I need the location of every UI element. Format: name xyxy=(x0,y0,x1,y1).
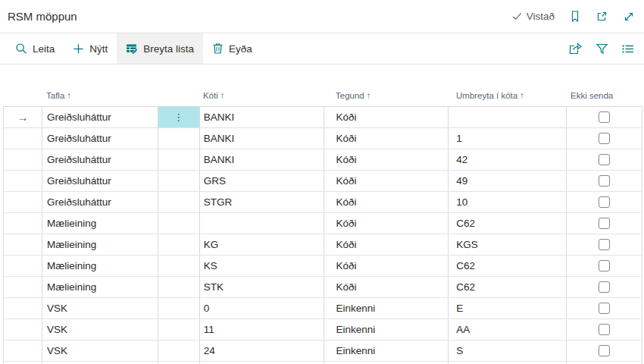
cell-tegund[interactable]: Kóði xyxy=(324,256,449,276)
table-row[interactable]: →Greiðsluháttur⋮BANKIKóði xyxy=(3,107,642,128)
row-selector-cell[interactable] xyxy=(4,340,42,361)
row-context-menu-cell[interactable]: ⋮ xyxy=(158,107,200,127)
column-header-tafla[interactable]: Tafla↑ xyxy=(42,91,158,100)
ekki-senda-checkbox[interactable] xyxy=(599,324,610,335)
cell-tegund[interactable]: Einkenni xyxy=(324,298,449,318)
row-context-menu-cell[interactable] xyxy=(158,340,200,361)
column-header-tegund[interactable]: Tegund↑ xyxy=(324,91,449,100)
table-row[interactable]: GreiðsluhátturGRSKóði49 xyxy=(3,171,642,192)
cell-tegund[interactable]: Kóði xyxy=(324,128,449,149)
table-row[interactable]: MælieiningKóðiC62 xyxy=(3,213,642,234)
cell-tegund[interactable]: Einkenni xyxy=(324,319,449,340)
cell-koti[interactable]: STK xyxy=(200,277,325,297)
cell-tegund[interactable]: Kóði xyxy=(324,213,449,234)
row-selector-cell[interactable] xyxy=(4,213,42,234)
cell-umbreyta[interactable]: C62 xyxy=(449,277,567,297)
cell-koti[interactable]: BANKI xyxy=(200,128,325,149)
cell-umbreyta[interactable]: KGS xyxy=(449,234,567,255)
cell-umbreyta[interactable]: 10 xyxy=(449,192,567,212)
cell-umbreyta[interactable] xyxy=(449,107,567,127)
row-selector-cell[interactable] xyxy=(4,277,42,297)
row-selector-cell[interactable] xyxy=(4,234,42,255)
row-context-menu-cell[interactable] xyxy=(158,319,200,340)
cell-koti[interactable]: 11 xyxy=(200,319,325,340)
cell-koti[interactable]: BANKI xyxy=(200,149,325,170)
cell-tafla[interactable]: Greiðsluháttur xyxy=(42,128,158,149)
cell-tafla[interactable]: VSK xyxy=(42,298,158,318)
ekki-senda-checkbox[interactable] xyxy=(599,133,610,144)
expand-icon[interactable] xyxy=(623,11,635,23)
table-row[interactable]: VSK0EinkenniE xyxy=(3,298,642,319)
row-context-menu-cell[interactable] xyxy=(158,213,200,234)
table-row[interactable]: MælieiningSTKKóðiC62 xyxy=(3,277,642,298)
row-context-menu-cell[interactable] xyxy=(158,128,200,149)
table-row[interactable]: MælieiningKSKóðiC62 xyxy=(3,256,642,277)
column-header-koti[interactable]: Kóti↑ xyxy=(199,91,324,100)
row-selector-cell[interactable] xyxy=(4,171,42,191)
ekki-senda-checkbox[interactable] xyxy=(599,303,610,314)
cell-koti[interactable]: 24 xyxy=(200,340,325,361)
ekki-senda-checkbox[interactable] xyxy=(599,239,610,250)
row-selector-cell[interactable] xyxy=(4,128,42,149)
row-context-menu-cell[interactable] xyxy=(158,192,200,212)
cell-tegund[interactable]: Kóði xyxy=(324,277,449,297)
cell-koti[interactable]: KG xyxy=(200,234,325,255)
ekki-senda-checkbox[interactable] xyxy=(599,260,610,271)
table-row[interactable]: GreiðsluhátturBANKIKóði1 xyxy=(3,128,642,149)
row-context-menu-cell[interactable] xyxy=(158,171,200,191)
column-header-umbreyta[interactable]: Umbreyta í kóta↑ xyxy=(449,91,567,100)
ekki-senda-checkbox[interactable] xyxy=(599,175,610,187)
cell-umbreyta[interactable]: 49 xyxy=(449,171,567,191)
ekki-senda-checkbox[interactable] xyxy=(599,111,610,123)
cell-koti[interactable]: BANKI xyxy=(200,107,325,127)
cell-umbreyta[interactable]: 42 xyxy=(449,149,567,170)
ekki-senda-checkbox[interactable] xyxy=(599,218,610,229)
row-context-menu-cell[interactable] xyxy=(158,149,200,170)
cell-tegund[interactable]: Kóði xyxy=(324,192,449,212)
ekki-senda-checkbox[interactable] xyxy=(599,154,610,165)
cell-koti[interactable]: 0 xyxy=(200,298,325,318)
cell-tafla[interactable]: Greiðsluháttur xyxy=(42,107,158,127)
table-row[interactable]: VSK24EinkenniS xyxy=(3,340,642,362)
row-context-menu-cell[interactable] xyxy=(158,298,200,318)
share-icon[interactable] xyxy=(568,42,583,55)
popout-icon[interactable] xyxy=(596,10,608,23)
bookmark-icon[interactable] xyxy=(569,10,581,23)
delete-button[interactable]: Eyða xyxy=(203,33,261,64)
cell-umbreyta[interactable]: S xyxy=(449,340,567,361)
row-context-menu-cell[interactable] xyxy=(158,234,200,255)
cell-tafla[interactable]: Mælieining xyxy=(42,234,158,255)
row-selector-cell[interactable] xyxy=(4,192,42,212)
cell-koti[interactable] xyxy=(200,213,325,234)
list-options-icon[interactable] xyxy=(621,43,634,55)
table-row[interactable]: VSK11EinkenniAA xyxy=(3,319,642,340)
row-selector-cell[interactable]: → xyxy=(4,107,42,127)
row-context-menu-cell[interactable] xyxy=(158,277,200,297)
column-header-ekki-senda[interactable]: Ekki senda xyxy=(567,91,642,100)
ekki-senda-checkbox[interactable] xyxy=(599,281,610,293)
cell-tafla[interactable]: Greiðsluháttur xyxy=(42,149,158,170)
cell-tafla[interactable]: Mælieining xyxy=(42,256,158,276)
cell-umbreyta[interactable]: 1 xyxy=(449,128,567,149)
cell-koti[interactable]: KS xyxy=(200,256,325,276)
table-row[interactable]: MælieiningKGKóðiKGS xyxy=(3,234,642,256)
cell-tegund[interactable]: Kóði xyxy=(324,234,449,255)
row-selector-cell[interactable] xyxy=(4,149,42,170)
filter-icon[interactable] xyxy=(596,42,608,55)
cell-koti[interactable]: GRS xyxy=(200,171,325,191)
cell-tegund[interactable]: Kóði xyxy=(324,149,449,170)
cell-tegund[interactable]: Einkenni xyxy=(324,340,449,361)
row-selector-cell[interactable] xyxy=(4,256,42,276)
cell-tafla[interactable]: Greiðsluháttur xyxy=(42,192,158,212)
cell-tafla[interactable]: Greiðsluháttur xyxy=(42,171,158,191)
row-selector-cell[interactable] xyxy=(4,319,42,340)
new-button[interactable]: Nýtt xyxy=(64,33,117,64)
table-row[interactable]: GreiðsluhátturSTGRKóði10 xyxy=(3,192,642,213)
cell-tegund[interactable]: Kóði xyxy=(324,171,449,191)
ekki-senda-checkbox[interactable] xyxy=(599,345,610,356)
cell-tafla[interactable]: Mælieining xyxy=(42,277,158,297)
cell-tafla[interactable]: VSK xyxy=(42,340,158,361)
cell-tafla[interactable]: VSK xyxy=(42,319,158,340)
cell-umbreyta[interactable]: E xyxy=(449,298,567,318)
row-selector-cell[interactable] xyxy=(4,298,42,318)
